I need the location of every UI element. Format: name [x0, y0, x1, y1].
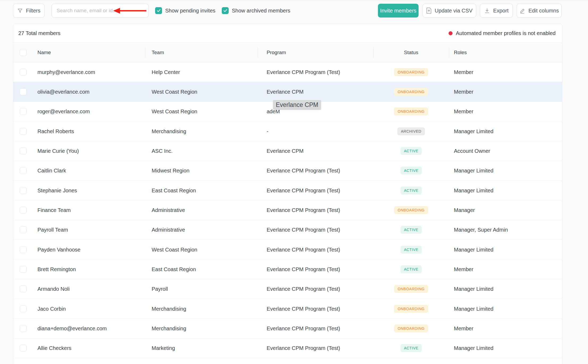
table-row[interactable]: murphy@everlance.com Help Center Everlan… — [13, 62, 562, 82]
member-program: Everlance CPM — [267, 89, 304, 95]
member-roles: Manager Limited — [454, 187, 493, 193]
status-cell: ONBOARDING — [373, 279, 449, 299]
table-row[interactable]: Caitlin Clark Midwest Region Everlance C… — [13, 161, 562, 181]
column-header-program: Program — [267, 50, 286, 55]
table-row[interactable]: Payden Vanhoose West Coast Region Everla… — [13, 240, 562, 259]
row-checkbox[interactable] — [20, 128, 27, 135]
status-badge: ONBOARDING — [394, 285, 428, 293]
status-badge: ONBOARDING — [394, 68, 428, 76]
column-divider — [449, 47, 449, 58]
status-cell: ARCHIVED — [373, 122, 449, 141]
member-name: Jaco Corbin — [37, 306, 66, 312]
show-pending-invites-label: Show pending invites — [165, 8, 215, 14]
show-pending-invites-checkbox[interactable] — [155, 7, 162, 14]
member-program: Everlance CPM Program (Test) — [267, 286, 340, 292]
row-checkbox[interactable] — [20, 69, 27, 76]
row-checkbox[interactable] — [20, 246, 27, 253]
funnel-icon — [17, 8, 23, 14]
member-roles: Member — [454, 266, 473, 272]
status-cell: ACTIVE — [373, 358, 449, 364]
table-row[interactable]: Allie Checkers Marketing Everlance CPM P… — [13, 339, 562, 358]
member-team: West Coast Region — [152, 109, 197, 115]
row-checkbox[interactable] — [20, 285, 27, 292]
export-label: Export — [493, 8, 509, 14]
table-row[interactable]: Stephanie Jones East Coast Region Everla… — [13, 181, 562, 200]
status-badge: ONBOARDING — [394, 206, 428, 214]
column-header-roles: Roles — [454, 50, 467, 55]
member-team: Administrative — [152, 207, 185, 213]
edit-columns-button[interactable]: Edit columns — [517, 4, 562, 18]
table-row[interactable]: diana+demo@everlance.com Merchandising E… — [13, 319, 562, 338]
page-top-divider — [0, 1, 588, 1]
table-header: Name Team Program Status Roles — [13, 43, 562, 62]
member-team: Merchandising — [152, 306, 186, 312]
table-row[interactable]: Payroll Team Administrative Everlance CP… — [13, 220, 562, 240]
export-button[interactable]: Export — [480, 4, 513, 18]
member-roles: Manager, Super Admin — [454, 227, 508, 233]
invite-members-label: Invite members — [380, 8, 416, 14]
member-team: Merchandising — [152, 128, 186, 134]
column-header-status: Status — [373, 50, 449, 55]
column-header-team: Team — [152, 50, 164, 55]
member-program: Everlance CPM Program (Test) — [267, 246, 340, 253]
table-row[interactable]: olivia@everlance.com West Coast Region E… — [13, 82, 562, 102]
toolbar-checkboxes: Show pending invites Show archived membe… — [155, 4, 290, 18]
row-checkbox[interactable] — [20, 167, 27, 174]
table-row[interactable]: Jaco Corbin Merchandising Everlance CPM … — [13, 299, 562, 319]
member-team: East Coast Region — [152, 266, 196, 272]
row-checkbox[interactable] — [20, 88, 27, 95]
update-via-csv-label: Update via CSV — [435, 8, 472, 14]
member-roles: Manager Limited — [454, 246, 493, 253]
status-badge: ONBOARDING — [394, 88, 428, 96]
member-program: Everlance CPM Program (Test) — [267, 187, 340, 193]
column-divider — [373, 47, 374, 58]
member-roles: Member — [454, 89, 473, 95]
edit-columns-label: Edit columns — [529, 8, 559, 14]
member-name: diana+demo@everlance.com — [37, 325, 107, 331]
row-checkbox[interactable] — [20, 345, 27, 352]
member-name: Marie Curie (You) — [37, 148, 79, 154]
status-badge: ACTIVE — [400, 265, 422, 273]
row-checkbox[interactable] — [20, 226, 27, 233]
table-row[interactable]: Brett Remington East Coast Region Everla… — [13, 259, 562, 279]
row-checkbox[interactable] — [20, 187, 27, 194]
status-badge: ONBOARDING — [394, 107, 428, 115]
status-cell: ONBOARDING — [373, 62, 449, 82]
member-name: Stephanie Jones — [37, 187, 77, 193]
show-archived-members-checkbox[interactable] — [222, 7, 229, 14]
update-via-csv-button[interactable]: Update via CSV — [423, 4, 476, 18]
table-row[interactable]: Armando Noli Payroll Everlance CPM Progr… — [13, 279, 562, 299]
member-team: Merchandising — [152, 325, 186, 331]
status-cell: ACTIVE — [373, 220, 449, 240]
table-row[interactable]: clark+demo@everlance.com Payroll Everlan… — [13, 358, 562, 364]
member-program: Everlance CPM Program (Test) — [267, 266, 340, 272]
table-row[interactable]: Rachel Roberts Merchandising - ARCHIVED … — [13, 122, 562, 141]
row-checkbox[interactable] — [20, 266, 27, 273]
member-name: olivia@everlance.com — [37, 89, 90, 95]
member-name: Allie Checkers — [37, 345, 71, 351]
row-checkbox[interactable] — [20, 325, 27, 332]
member-roles: Manager Limited — [454, 345, 493, 351]
table-row[interactable]: Marie Curie (You) ASC Inc. Everlance CPM… — [13, 141, 562, 161]
member-team: West Coast Region — [152, 246, 197, 253]
select-all-checkbox[interactable] — [20, 49, 27, 56]
member-team: Help Center — [152, 69, 180, 75]
member-name: murphy@everlance.com — [37, 69, 95, 75]
show-archived-members-label: Show archived members — [232, 8, 290, 14]
member-team: ASC Inc. — [152, 148, 173, 154]
status-cell: ONBOARDING — [373, 82, 449, 101]
total-members-count: 27 Total members — [18, 30, 61, 36]
row-checkbox[interactable] — [20, 148, 27, 154]
filters-label: Filters — [26, 8, 40, 14]
status-badge: ONBOARDING — [394, 324, 428, 332]
row-checkbox[interactable] — [20, 207, 27, 214]
search-input[interactable] — [52, 4, 149, 18]
row-checkbox[interactable] — [20, 108, 27, 115]
row-checkbox[interactable] — [20, 305, 27, 312]
automated-profiles-notice: Automated member profiles is not enabled — [449, 30, 556, 36]
table-row[interactable]: Finance Team Administrative Everlance CP… — [13, 200, 562, 220]
filters-button[interactable]: Filters — [13, 4, 45, 18]
member-roles: Manager Limited — [454, 306, 493, 312]
pencil-icon — [519, 8, 525, 14]
invite-members-button[interactable]: Invite members — [378, 4, 419, 18]
